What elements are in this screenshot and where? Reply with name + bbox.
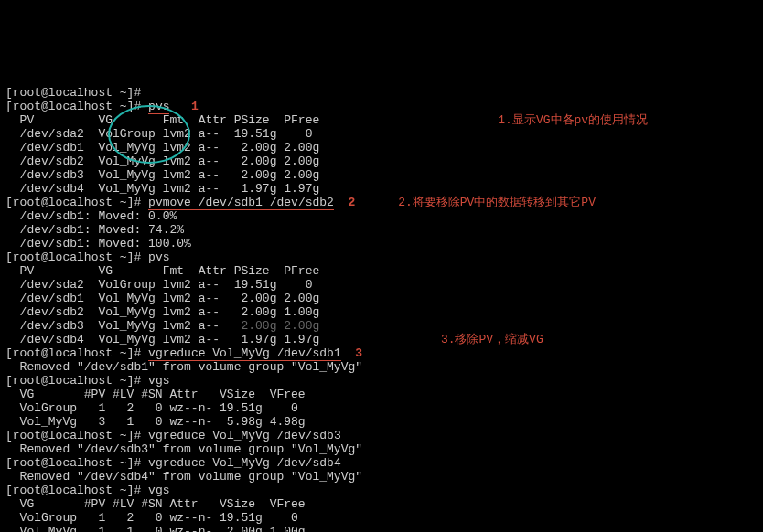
- watermark-text: 2.00g 2.00g: [241, 319, 319, 333]
- prompt-line: [root@localhost ~]#: [5, 86, 141, 100]
- vgs-header: VG #PV #LV #SN Attr VSize VFree: [5, 497, 306, 511]
- pvs-row: /dev/sdb2 Vol_MyVg lvm2 a-- 2.00g 1.00g: [5, 305, 319, 319]
- pvs-row: /dev/sdb4 Vol_MyVg lvm2 a-- 1.97g 1.97g: [5, 182, 319, 196]
- annotation-2: 2.将要移除PV中的数据转移到其它PV: [398, 196, 596, 209]
- cmd-pvmove: pvmove /dev/sdb1 /dev/sdb2: [148, 196, 334, 210]
- cmd-vgreduce-1: vgreduce Vol_MyVg /dev/sdb1: [148, 346, 341, 361]
- marker-2: 2: [349, 196, 356, 209]
- vgreduce-output: Removed "/dev/sdb3" from volume group "V…: [5, 442, 362, 456]
- pvs-row: /dev/sdb3 Vol_MyVg lvm2 a-- 2.00g 2.00g: [5, 168, 319, 182]
- cmd-vgreduce-3: vgreduce Vol_MyVg /dev/sdb4: [148, 456, 341, 470]
- prompt-line: [root@localhost ~]# vgreduce Vol_MyVg /d…: [5, 456, 341, 470]
- prompt-line: [root@localhost ~]# pvs 1: [5, 100, 199, 114]
- vgs-header: VG #PV #LV #SN Attr VSize VFree: [5, 388, 306, 401]
- pvs-row: /dev/sda2 VolGroup lvm2 a-- 19.51g 0: [5, 127, 312, 141]
- vgs-row: VolGroup 1 2 0 wz--n- 19.51g 0: [5, 511, 298, 525]
- pvs-header: PV VG Fmt Attr PSize PFree: [5, 113, 319, 127]
- pvs-header: PV VG Fmt Attr PSize PFree: [5, 264, 319, 278]
- pvmove-progress: /dev/sdb1: Moved: 74.2%: [5, 223, 184, 237]
- annotation-3: 3.移除PV，缩减VG: [441, 333, 543, 346]
- pvs-row: /dev/sdb2 Vol_MyVg lvm2 a-- 2.00g 2.00g: [5, 154, 319, 168]
- pvs-row: /dev/sdb4 Vol_MyVg lvm2 a-- 1.97g 1.97g: [5, 333, 319, 346]
- prompt-line: [root@localhost ~]# vgreduce Vol_MyVg /d…: [5, 429, 341, 442]
- pvs-row: /dev/sda2 VolGroup lvm2 a-- 19.51g 0: [5, 278, 312, 292]
- cmd-vgreduce-2: vgreduce Vol_MyVg /dev/sdb3: [148, 429, 341, 442]
- vgreduce-output: Removed "/dev/sdb4" from volume group "V…: [5, 470, 362, 484]
- cmd-vgs-1: vgs: [148, 374, 169, 388]
- pvs-row: /dev/sdb1 Vol_MyVg lvm2 a-- 2.00g 2.00g: [5, 141, 319, 154]
- cmd-pvs-1: pvs: [148, 100, 169, 114]
- terminal[interactable]: [root@localhost ~]# [root@localhost ~]# …: [0, 69, 763, 532]
- marker-3: 3: [355, 346, 362, 360]
- marker-1: 1: [191, 100, 199, 113]
- prompt-line: [root@localhost ~]# vgs: [5, 374, 169, 388]
- prompt-line: [root@localhost ~]# vgreduce Vol_MyVg /d…: [5, 346, 362, 361]
- vgs-row: Vol_MyVg 1 1 0 wz--n- 2.00g 1.00g: [5, 525, 306, 532]
- prompt-line: [root@localhost ~]# pvmove /dev/sdb1 /de…: [5, 196, 355, 210]
- vgreduce-output: Removed "/dev/sdb1" from volume group "V…: [5, 360, 362, 374]
- vgs-row: Vol_MyVg 3 1 0 wz--n- 5.98g 4.98g: [5, 415, 306, 429]
- cmd-pvs-2: pvs: [148, 250, 169, 264]
- pvs-row: /dev/sdb3 Vol_MyVg lvm2 a-- 2.00g 2.00g: [5, 319, 319, 333]
- annotation-1: 1.显示VG中各pv的使用情况: [498, 113, 648, 127]
- cmd-vgs-2: vgs: [148, 484, 169, 497]
- pvs-row: /dev/sdb1 Vol_MyVg lvm2 a-- 2.00g 2.00g: [5, 292, 319, 305]
- prompt-line: [root@localhost ~]# vgs: [5, 484, 169, 497]
- prompt-line: [root@localhost ~]# pvs: [5, 250, 169, 264]
- pvmove-progress: /dev/sdb1: Moved: 0.0%: [5, 209, 177, 223]
- pvmove-progress: /dev/sdb1: Moved: 100.0%: [5, 237, 191, 250]
- vgs-row: VolGroup 1 2 0 wz--n- 19.51g 0: [5, 401, 298, 415]
